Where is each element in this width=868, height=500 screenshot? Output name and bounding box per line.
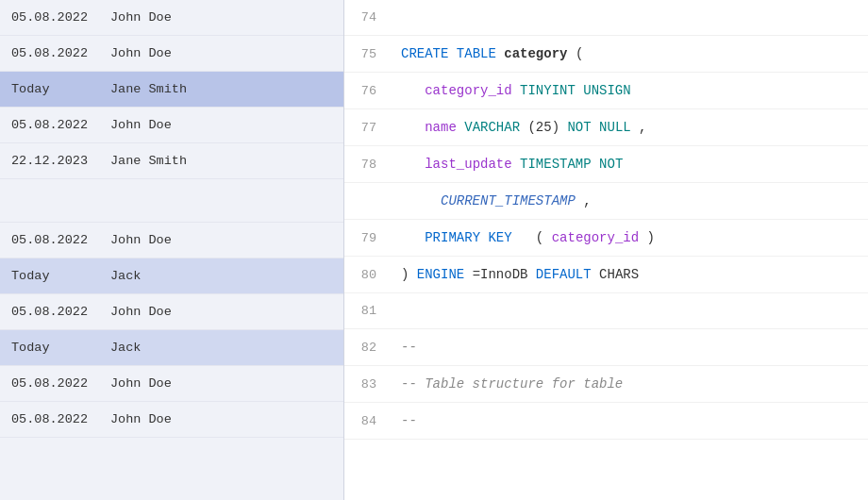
row-date: 05.08.2022 [11,305,110,319]
list-item[interactable]: 22.12.2023 Jane Smith [0,143,343,179]
history-list: 05.08.2022 John Doe 05.08.2022 John Doe … [0,0,344,500]
line-content: last_update TIMESTAMP NOT [393,146,868,182]
line-content: name VARCHAR (25) NOT NULL , [393,109,868,145]
code-line-81: 81 [344,293,868,329]
line-number: 77 [344,121,393,135]
line-number: 83 [344,377,393,392]
row-date: 05.08.2022 [11,10,110,25]
column-name: name [425,120,457,135]
row-date: 05.08.2022 [11,376,110,391]
code-line-75: 75 CREATE TABLE category ( [344,36,868,73]
sql-type: TIMESTAMP [520,157,592,172]
row-author: Jack [110,269,141,283]
row-author: Jane Smith [110,154,187,168]
code-area: 74 75 CREATE TABLE category ( 76 categor… [344,0,868,500]
sql-unsigned: UNSIGN [583,83,630,98]
sql-comment: -- [401,340,417,355]
row-date: 22.12.2023 [11,154,110,168]
list-item-highlighted[interactable]: Today Jack [0,258,343,294]
line-content: CURRENT_TIMESTAMP , [393,183,868,219]
sql-not: NOT [599,157,623,172]
row-author: Jane Smith [110,82,187,96]
line-number: 82 [344,341,393,355]
list-item[interactable]: 05.08.2022 John Doe [0,402,343,438]
keyword-table: TABLE [457,46,496,61]
code-line-79: 79 PRIMARY KEY ( category_id ) [344,220,868,257]
row-date: Today [11,269,110,283]
sql-type: VARCHAR [464,120,520,135]
line-number: 80 [344,268,393,282]
table-name: category [504,46,567,61]
line-number: 79 [344,231,393,245]
line-number: 78 [344,158,393,172]
row-date: 05.08.2022 [11,46,110,60]
column-name: category_id [425,83,511,98]
row-date: 05.08.2022 [11,412,110,426]
code-line-77: 77 name VARCHAR (25) NOT NULL , [344,109,868,146]
line-number: 75 [344,47,393,61]
line-number: 74 [344,10,393,25]
code-line-83: 83 -- Table structure for table [344,366,868,403]
line-content: ) ENGINE =InnoDB DEFAULT CHARS [393,257,868,292]
sql-type: TINYINT [520,83,576,98]
line-content: PRIMARY KEY ( category_id ) [393,220,868,256]
line-number: 84 [344,414,393,428]
list-item[interactable]: 05.08.2022 John Doe [0,294,343,330]
code-line-80: 80 ) ENGINE =InnoDB DEFAULT CHARS [344,257,868,293]
row-author: John Doe [110,46,172,60]
line-number: 76 [344,84,393,98]
row-date: Today [11,341,110,355]
line-number: 81 [344,304,393,318]
row-author: John Doe [110,305,172,319]
list-item[interactable]: 05.08.2022 John Doe [0,108,343,143]
line-content: CREATE TABLE category ( [393,36,868,72]
row-author: John Doe [110,412,172,426]
list-item[interactable]: 05.08.2022 John Doe [0,0,343,36]
keyword-default: DEFAULT [536,267,592,282]
list-item-highlighted[interactable]: Today Jack [0,330,343,366]
code-line-78: 78 last_update TIMESTAMP NOT [344,146,868,183]
list-item-empty [0,179,343,223]
row-author: John Doe [110,376,172,391]
row-author: John Doe [110,10,172,25]
row-author: John Doe [110,118,172,132]
row-author: John Doe [110,233,172,247]
list-item[interactable]: 05.08.2022 John Doe [0,223,343,258]
line-content: -- Table structure for table [393,366,868,402]
row-date: 05.08.2022 [11,233,110,247]
sql-notnull: NOT NULL [567,120,630,135]
code-line-74: 74 [344,0,868,36]
keyword-create: CREATE [401,46,448,61]
row-date: 05.08.2022 [11,118,110,132]
row-author: Jack [110,341,141,355]
line-content: category_id TINYINT UNSIGN [393,73,868,108]
sql-default-value: CURRENT_TIMESTAMP [441,193,576,208]
keyword-primary: PRIMARY KEY [425,230,511,245]
sql-comment: -- [401,413,417,428]
code-line-78b: CURRENT_TIMESTAMP , [344,183,868,220]
pk-column: category_id [552,230,639,245]
code-line-76: 76 category_id TINYINT UNSIGN [344,73,868,109]
line-content: -- [393,329,868,365]
code-panel: 74 75 CREATE TABLE category ( 76 categor… [344,0,868,500]
list-item[interactable]: 05.08.2022 John Doe [0,36,343,72]
keyword-engine: ENGINE [417,267,464,282]
code-line-82: 82 -- [344,329,868,366]
row-date: Today [11,82,110,96]
line-content: -- [393,403,868,439]
sql-comment: -- Table structure for table [401,376,623,392]
code-line-84: 84 -- [344,403,868,440]
column-name: last_update [425,157,511,172]
list-item-selected[interactable]: Today Jane Smith [0,72,343,108]
list-item[interactable]: 05.08.2022 John Doe [0,366,343,402]
